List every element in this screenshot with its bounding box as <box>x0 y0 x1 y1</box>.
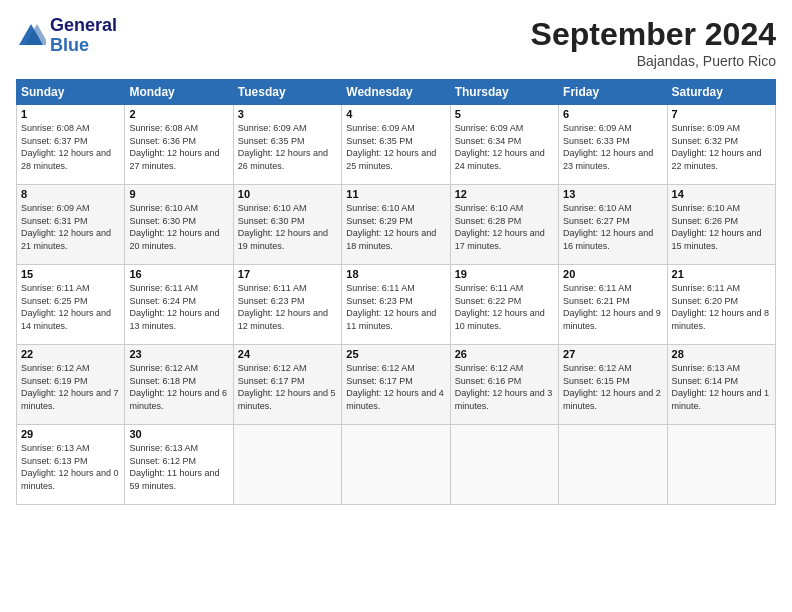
empty-cell <box>233 425 341 505</box>
col-monday: Monday <box>125 80 233 105</box>
col-wednesday: Wednesday <box>342 80 450 105</box>
day-cell-4: 4 Sunrise: 6:09 AMSunset: 6:35 PMDayligh… <box>342 105 450 185</box>
day-cell-22: 22 Sunrise: 6:12 AMSunset: 6:19 PMDaylig… <box>17 345 125 425</box>
table-row: 22 Sunrise: 6:12 AMSunset: 6:19 PMDaylig… <box>17 345 776 425</box>
day-cell-11: 11 Sunrise: 6:10 AMSunset: 6:29 PMDaylig… <box>342 185 450 265</box>
day-cell-30: 30 Sunrise: 6:13 AMSunset: 6:12 PMDaylig… <box>125 425 233 505</box>
empty-cell <box>450 425 558 505</box>
col-thursday: Thursday <box>450 80 558 105</box>
day-cell-25: 25 Sunrise: 6:12 AMSunset: 6:17 PMDaylig… <box>342 345 450 425</box>
col-saturday: Saturday <box>667 80 775 105</box>
day-cell-1: 1 Sunrise: 6:08 AMSunset: 6:37 PMDayligh… <box>17 105 125 185</box>
empty-cell <box>559 425 667 505</box>
day-cell-8: 8 Sunrise: 6:09 AMSunset: 6:31 PMDayligh… <box>17 185 125 265</box>
day-cell-5: 5 Sunrise: 6:09 AMSunset: 6:34 PMDayligh… <box>450 105 558 185</box>
day-cell-16: 16 Sunrise: 6:11 AMSunset: 6:24 PMDaylig… <box>125 265 233 345</box>
month-title: September 2024 <box>531 16 776 53</box>
day-cell-28: 28 Sunrise: 6:13 AMSunset: 6:14 PMDaylig… <box>667 345 775 425</box>
day-cell-19: 19 Sunrise: 6:11 AMSunset: 6:22 PMDaylig… <box>450 265 558 345</box>
day-cell-12: 12 Sunrise: 6:10 AMSunset: 6:28 PMDaylig… <box>450 185 558 265</box>
day-cell-10: 10 Sunrise: 6:10 AMSunset: 6:30 PMDaylig… <box>233 185 341 265</box>
col-friday: Friday <box>559 80 667 105</box>
logo-icon <box>16 21 46 51</box>
logo-general: General <box>50 16 117 36</box>
calendar-header-row: Sunday Monday Tuesday Wednesday Thursday… <box>17 80 776 105</box>
empty-cell <box>667 425 775 505</box>
logo: General Blue <box>16 16 117 56</box>
col-sunday: Sunday <box>17 80 125 105</box>
logo-blue: Blue <box>50 36 117 56</box>
day-cell-23: 23 Sunrise: 6:12 AMSunset: 6:18 PMDaylig… <box>125 345 233 425</box>
day-cell-20: 20 Sunrise: 6:11 AMSunset: 6:21 PMDaylig… <box>559 265 667 345</box>
table-row: 8 Sunrise: 6:09 AMSunset: 6:31 PMDayligh… <box>17 185 776 265</box>
day-cell-14: 14 Sunrise: 6:10 AMSunset: 6:26 PMDaylig… <box>667 185 775 265</box>
day-cell-15: 15 Sunrise: 6:11 AMSunset: 6:25 PMDaylig… <box>17 265 125 345</box>
logo-text: General Blue <box>50 16 117 56</box>
location: Bajandas, Puerto Rico <box>531 53 776 69</box>
col-tuesday: Tuesday <box>233 80 341 105</box>
day-cell-26: 26 Sunrise: 6:12 AMSunset: 6:16 PMDaylig… <box>450 345 558 425</box>
empty-cell <box>342 425 450 505</box>
day-cell-17: 17 Sunrise: 6:11 AMSunset: 6:23 PMDaylig… <box>233 265 341 345</box>
day-cell-24: 24 Sunrise: 6:12 AMSunset: 6:17 PMDaylig… <box>233 345 341 425</box>
day-cell-3: 3 Sunrise: 6:09 AMSunset: 6:35 PMDayligh… <box>233 105 341 185</box>
table-row: 1 Sunrise: 6:08 AMSunset: 6:37 PMDayligh… <box>17 105 776 185</box>
day-cell-18: 18 Sunrise: 6:11 AMSunset: 6:23 PMDaylig… <box>342 265 450 345</box>
header: General Blue September 2024 Bajandas, Pu… <box>16 16 776 69</box>
day-cell-7: 7 Sunrise: 6:09 AMSunset: 6:32 PMDayligh… <box>667 105 775 185</box>
day-cell-2: 2 Sunrise: 6:08 AMSunset: 6:36 PMDayligh… <box>125 105 233 185</box>
calendar: Sunday Monday Tuesday Wednesday Thursday… <box>16 79 776 505</box>
title-section: September 2024 Bajandas, Puerto Rico <box>531 16 776 69</box>
table-row: 29 Sunrise: 6:13 AMSunset: 6:13 PMDaylig… <box>17 425 776 505</box>
day-cell-21: 21 Sunrise: 6:11 AMSunset: 6:20 PMDaylig… <box>667 265 775 345</box>
day-cell-29: 29 Sunrise: 6:13 AMSunset: 6:13 PMDaylig… <box>17 425 125 505</box>
day-cell-13: 13 Sunrise: 6:10 AMSunset: 6:27 PMDaylig… <box>559 185 667 265</box>
table-row: 15 Sunrise: 6:11 AMSunset: 6:25 PMDaylig… <box>17 265 776 345</box>
page: General Blue September 2024 Bajandas, Pu… <box>0 0 792 612</box>
day-cell-9: 9 Sunrise: 6:10 AMSunset: 6:30 PMDayligh… <box>125 185 233 265</box>
day-cell-6: 6 Sunrise: 6:09 AMSunset: 6:33 PMDayligh… <box>559 105 667 185</box>
day-cell-27: 27 Sunrise: 6:12 AMSunset: 6:15 PMDaylig… <box>559 345 667 425</box>
